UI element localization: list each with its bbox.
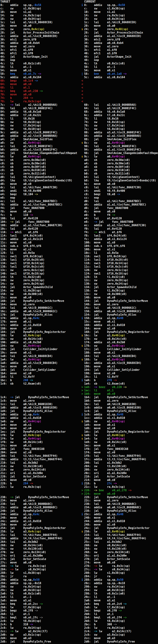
current-line: 160: addiu a1,s1,0x810: [84, 324, 125, 327]
target-line: 18c: sw v0,0x14c(s0): [0, 337, 43, 341]
current-line: 228: jal DynaPolyInfo_SetActorMove: [84, 496, 148, 499]
target-line: 2a4: li at,-1: [0, 596, 31, 599]
asm-row: 84: addiu t6,s0,0x1a868: addiu t6,s0,0x1…: [0, 110, 158, 114]
asm-row: 264: lui a1,0x3db225c: lui a1,0x3db2: [0, 540, 158, 544]
target-line: 10c: lui at,0x4120: [0, 227, 38, 230]
asm-row: 88: addiu t7,s0,0x22c6c: addiu t7,s0,0x2…: [0, 114, 158, 117]
target-line: cc: sb zero,0x311(s0): [0, 172, 46, 176]
target-line: 298: sw ra,0x14(sp): [0, 585, 41, 588]
asm-row: >1a8: ~> bnez v0,220 ~>: [0, 386, 158, 389]
asm-row: 250: move a2,s0248: move a2,s0: [0, 523, 158, 526]
target-line: 114: lwc1 $f4,0x24(s0): [0, 234, 43, 238]
current-line: 2a0: move a3,a1: [84, 599, 115, 602]
asm-row: 214: sw t3,0x130(s0)204: sw t3,0x130(s0): [0, 464, 158, 468]
current-line: 178: sw a1,0x40(sp): [84, 344, 125, 348]
target-line: 128: li a3,0x5a: [0, 251, 35, 255]
asm-row: f4: jal func_80A87800d8: jal func_80A878…: [0, 206, 158, 210]
target-line: 2d0: sw a3,0x1c(sp): [0, 633, 41, 636]
current-line: 274: move a0,s0: [84, 561, 115, 564]
current-line: 15c: move a0,s1: [84, 320, 115, 324]
current-line: 21c: lw ra,0x3c(sp): [84, 485, 125, 489]
target-line: 9c: addiu a3,a3,%lo(D_06001F4C): [0, 131, 58, 134]
asm-row: 27c: move a0,s0274: move a0,s0: [0, 561, 158, 564]
asm-row: 178: move a0,s115c: move a0,s1: [0, 320, 158, 324]
asm-row: 2b4: beqz v0,2f8 ~>2ac: beqz v0,2f0 ~>: [0, 609, 158, 612]
target-line: 184: jal DynaPolyInfo_RegisterActor: [0, 330, 66, 334]
diff-marker: <: [81, 82, 83, 86]
asm-row: 104: ~> jal func_80A87800e8: ~> jal func…: [0, 220, 158, 224]
target-line: 110: ~> mtc1 at,$f6: [0, 230, 38, 234]
target-line: 120: sub.s $f8,$f4,$f6: [0, 244, 41, 248]
current-column-header: CURRENT: [84, 0, 96, 4]
asm-row: 2a4: li at,-129c: li at,-1: [0, 596, 158, 599]
current-line: 2b4: beql v0,at,2f4 ~>: [84, 616, 127, 619]
target-line: 74: b 284 ~>: [0, 96, 33, 100]
target-line: 208: lui t3,%hi(func_80A87F44): [0, 454, 58, 458]
target-line: 180: move a2,s0: [0, 327, 31, 330]
current-line: 208: sw zero,0x134(s0): [84, 468, 130, 472]
current-line: 1e0: lw a3,0x48(sp): [84, 434, 125, 437]
current-line: 1b8: move a1,zero: [84, 399, 119, 402]
asm-row: 1ec: jal DynaPolyInfo_RegisterActor1dc: …: [0, 430, 158, 434]
current-line: e8: ~> jal func_80A87800: [84, 220, 133, 224]
target-line: 24c: addiu a1,s1,0x810: [0, 520, 41, 523]
target-line: a4: jal SkelAnime_InitFlex: [0, 138, 53, 141]
asm-row: 1a4: lw a1,0x44(sp)s188: lw a1,0x40(sp): [0, 358, 158, 361]
target-line: 1b4: move a2,s0: [0, 372, 31, 375]
current-line: 180: move a0,s1: [84, 351, 115, 354]
target-line: 2bc: beql v0,at,2fc ~>: [0, 616, 43, 619]
target-line: 238: lui a0,%hi(D_0600BA8C): [0, 502, 53, 506]
target-line: 40: mfc1 a3,$f0: [0, 52, 33, 55]
diff-marker: s: [81, 155, 83, 158]
target-line: 1cc: lui a0,%hi(D_06001830): [0, 402, 53, 406]
current-line: 188: lw a1,0x40(sp): [84, 358, 125, 361]
diff-marker: i: [81, 4, 83, 7]
current-line: 214: move a0,s0: [84, 478, 115, 482]
target-line: 20: move s0,a0: [0, 24, 31, 28]
asm-row: 1d8: addiu a1,sp,0x4ci1c8: addiu a1,sp,0…: [0, 413, 158, 416]
asm-row: 274: ori a1,a1,0x2d0e26c: ori a1,a1,0x2d…: [0, 554, 158, 558]
asm-row: c0: sb zero,0x30e(s0)a4: sb zero,0x30e(s…: [0, 162, 158, 165]
asm-row: fc: b 110 ~>e0: b f4 ~>: [0, 213, 158, 217]
current-line: 298: lh v0,0x1c(a0): [84, 592, 125, 596]
asm-row: 1fc: move a0,s11ec: move a0,s1: [0, 444, 158, 447]
asm-row: 1a8: addiu a3,a3,%lo(D_80A88CB4)18c: add…: [0, 361, 158, 365]
target-line: 174: addiu a1,sp,0x4c: [0, 316, 40, 320]
asm-row: 268: sw v0,0x14c(s0)260: sw v0,0x14c(s0): [0, 544, 158, 547]
current-line: e0: b f4 ~>: [84, 213, 115, 217]
target-line: 21c: ori a1,a1,0x2d0e: [0, 472, 43, 475]
asm-row: d8: move a0,s0bc: move a0,s0: [0, 182, 158, 186]
diff-marker: <: [81, 90, 83, 93]
current-line: 1a0: b 278 ~>: [84, 378, 117, 382]
asm-row: 2d0: sw a3,0x1c(sp)2c8: sw a3,0x1c(sp): [0, 633, 158, 636]
current-line: f0: lui at,0x4120: [84, 227, 122, 230]
current-line: 98: jal SkelAnime_ChangeAnimDefaultRepea…: [84, 152, 158, 155]
diff-marker: >: [81, 392, 83, 396]
current-line: 170: sw v0,0x14c(s0): [84, 337, 127, 341]
target-line: 13c: sw zero,0x1c(sp): [0, 268, 44, 272]
current-line: 2c: addiu a1,a1,%lo(D_80A88CE0): [84, 34, 141, 38]
asm-row: 1cc: lui a0,%hi(D_06001830)1bc: lui a0,%…: [0, 402, 158, 406]
target-line: 58: beq v0,at,7c ~>: [0, 72, 41, 76]
asm-row: 2ac: beq v0,at,2cc ~>2a4: beq v0,at,2c4 …: [0, 602, 158, 606]
current-line: 140: move a0,s0: [84, 296, 115, 299]
asm-row: 2b8: li at,12b0: li at,1: [0, 612, 158, 616]
asm-row: 100: lui at,0x4120e4: lui at,0x4120: [0, 217, 158, 220]
target-line: 8c: li t8,0x16: [0, 117, 35, 120]
target-line: 1a8: addiu a3,a3,%lo(D_80A88CB4): [0, 361, 58, 365]
target-line: 1e0: sw a1,0x44(sp): [0, 420, 41, 423]
target-line: 68: li at,1: [0, 86, 30, 90]
target-line: 290: addiu sp,sp,0x58: [0, 578, 40, 582]
target-line: 220: jal Actor_SetScale: [0, 475, 46, 478]
current-line: 138: sw t1,0x20(sp): [84, 289, 125, 292]
target-line: 178: move a0,s1: [0, 320, 31, 324]
target-line: 84: addiu t6,s0,0x1a8: [0, 110, 41, 114]
target-line: 48: nop: [0, 58, 15, 62]
asm-row: 108: addiu a1,a1,%lo(func_80A87C30)ec: a…: [0, 224, 158, 227]
target-line: 1bc: b 280 ~>: [0, 378, 33, 382]
current-line: 144: jal DynaPolyInfo_SetActorMove: [84, 299, 148, 303]
asm-row: c8: sb zero,0x310(s0)ac: sb zero,0x310(s…: [0, 168, 158, 172]
asm-row: 14c: sw zero,0x24(sp)130: sw zero,0x24(s…: [0, 282, 158, 286]
current-line: 58: bne v0,at,1a8 ~>: [84, 72, 127, 76]
current-line: 128: lh t1,0x32(s0): [84, 276, 125, 279]
